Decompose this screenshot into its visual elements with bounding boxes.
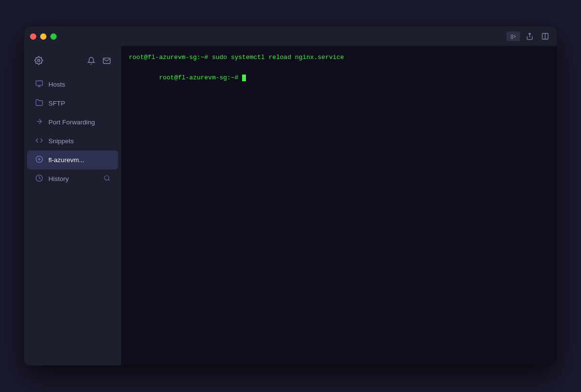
main-content: Hosts SFTP Port Forwarding bbox=[24, 46, 557, 365]
sftp-icon bbox=[35, 99, 44, 108]
hosts-icon bbox=[35, 80, 44, 89]
sidebar-item-port-forwarding[interactable]: Port Forwarding bbox=[27, 113, 118, 132]
bell-icon[interactable] bbox=[84, 54, 98, 67]
history-search-icon[interactable] bbox=[104, 175, 110, 183]
terminal-line-1: root@fl-azurevm-sg:~# sudo systemctl rel… bbox=[129, 53, 549, 63]
svg-point-2 bbox=[38, 60, 40, 62]
app-window: ||> bbox=[24, 27, 557, 365]
minimize-button[interactable] bbox=[40, 33, 46, 40]
svg-line-12 bbox=[108, 180, 110, 181]
snippets-label: Snippets bbox=[48, 137, 74, 145]
sidebar: Hosts SFTP Port Forwarding bbox=[24, 46, 121, 365]
titlebar: ||> bbox=[24, 27, 557, 46]
label-button[interactable]: ||> bbox=[506, 31, 520, 41]
terminal-line-2: root@fl-azurevm-sg:~# bbox=[129, 63, 549, 93]
snippets-icon bbox=[35, 136, 44, 146]
maximize-button[interactable] bbox=[50, 33, 57, 40]
svg-point-11 bbox=[105, 176, 109, 180]
active-connection-label: fl-azurevm... bbox=[48, 156, 84, 164]
hosts-label: Hosts bbox=[48, 81, 65, 88]
port-forwarding-icon bbox=[35, 118, 44, 127]
history-left: History bbox=[35, 174, 69, 183]
history-label: History bbox=[48, 175, 69, 182]
sidebar-top-icons bbox=[24, 50, 121, 75]
split-button[interactable] bbox=[539, 30, 551, 42]
sidebar-item-active-connection[interactable]: fl-azurevm... bbox=[27, 151, 118, 169]
settings-icon[interactable] bbox=[32, 54, 46, 67]
traffic-lights bbox=[30, 33, 57, 40]
svg-rect-3 bbox=[36, 81, 42, 85]
history-icon bbox=[35, 174, 44, 183]
sftp-label: SFTP bbox=[48, 100, 65, 107]
sidebar-item-hosts[interactable]: Hosts bbox=[27, 75, 118, 94]
compose-icon[interactable] bbox=[100, 54, 113, 67]
sidebar-top-right bbox=[84, 54, 113, 67]
sidebar-item-sftp[interactable]: SFTP bbox=[27, 94, 118, 113]
titlebar-right: ||> bbox=[506, 30, 551, 42]
sidebar-item-snippets[interactable]: Snippets bbox=[27, 132, 118, 151]
sidebar-item-history[interactable]: History bbox=[27, 169, 118, 188]
port-forwarding-label: Port Forwarding bbox=[48, 119, 95, 126]
close-button[interactable] bbox=[30, 33, 36, 40]
connection-icon bbox=[35, 155, 44, 165]
terminal-cursor bbox=[242, 75, 246, 81]
share-button[interactable] bbox=[524, 30, 535, 42]
terminal-area[interactable]: root@fl-azurevm-sg:~# sudo systemctl rel… bbox=[121, 46, 557, 365]
